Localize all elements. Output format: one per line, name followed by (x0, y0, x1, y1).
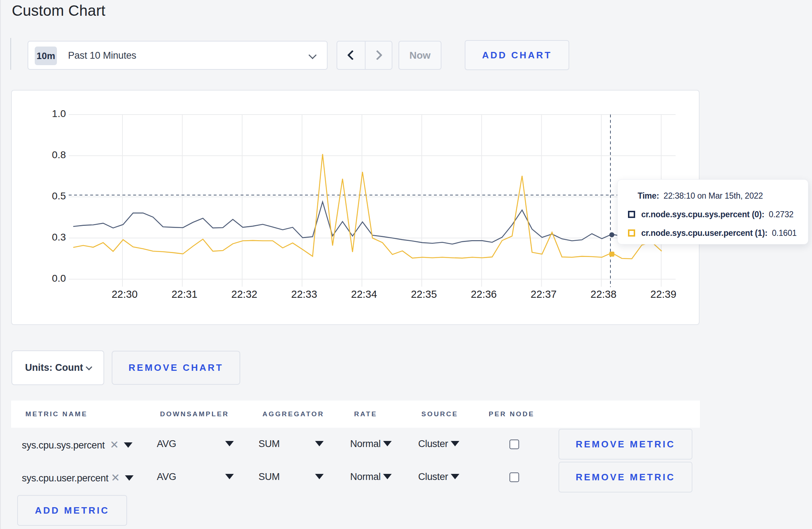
svg-text:22:35: 22:35 (411, 288, 437, 300)
svg-text:22:38: 22:38 (590, 288, 617, 300)
svg-text:22:31: 22:31 (171, 288, 198, 300)
svg-text:22:37: 22:37 (531, 288, 557, 300)
svg-text:1.0: 1.0 (52, 108, 66, 119)
svg-text:0.3: 0.3 (52, 232, 66, 243)
svg-text:0.0: 0.0 (52, 273, 66, 284)
svg-text:0.8: 0.8 (52, 149, 66, 160)
svg-text:22:33: 22:33 (291, 288, 317, 300)
svg-text:22:32: 22:32 (231, 288, 257, 300)
svg-text:22:36: 22:36 (471, 288, 497, 300)
svg-text:22:34: 22:34 (351, 288, 377, 300)
svg-text:22:30: 22:30 (112, 288, 138, 300)
svg-text:22:39: 22:39 (651, 288, 677, 300)
svg-text:0.5: 0.5 (52, 190, 66, 202)
